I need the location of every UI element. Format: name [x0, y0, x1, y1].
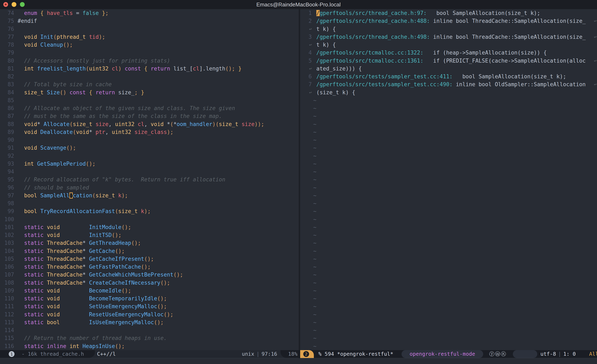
- code-line[interactable]: 85: [0, 96, 299, 104]
- code-line[interactable]: 110 static void BecomeTemporarilyIdle();: [0, 294, 299, 302]
- code-line[interactable]: 116 static inline int HeapsInUse();: [0, 342, 299, 350]
- empty-line-tilde[interactable]: ~: [300, 96, 597, 104]
- code-line[interactable]: 74 enum { have_tls = false };: [0, 9, 299, 17]
- code-line[interactable]: 76: [0, 25, 299, 33]
- result-line[interactable]: ↩(size_t k) {: [300, 88, 597, 96]
- code-line[interactable]: 80 // Accessors (mostly just for printin…: [0, 57, 299, 65]
- code-line[interactable]: 109 static void BecomeIdle();: [0, 287, 299, 294]
- empty-line-tilde[interactable]: ~: [300, 175, 597, 183]
- result-line[interactable]: 3/gperftools/src/thread_cache.h:498: inl…: [300, 33, 597, 41]
- code-line[interactable]: 104 static ThreadCache* GetCache();: [0, 247, 299, 255]
- empty-line-tilde[interactable]: ~: [300, 168, 597, 175]
- code-line[interactable]: 91 void Scavenge();: [0, 144, 299, 152]
- code-line[interactable]: 113 static bool IsUseEmergencyMalloc();: [0, 318, 299, 326]
- result-line[interactable]: 2/gperftools/src/thread_cache.h:488: inl…: [300, 17, 597, 25]
- empty-line-tilde[interactable]: ~: [300, 223, 597, 231]
- empty-line-tilde[interactable]: ~: [300, 207, 597, 215]
- code-line[interactable]: 103 static ThreadCache* GetThreadHeap();: [0, 239, 299, 247]
- code-line[interactable]: 93 int GetSamplePeriod();: [0, 160, 299, 168]
- empty-line-tilde[interactable]: ~: [300, 310, 597, 318]
- major-mode-left[interactable]: C++//l: [97, 350, 116, 358]
- empty-line-tilde[interactable]: ~: [300, 152, 597, 160]
- result-line[interactable]: ↩ated_size))) {: [300, 65, 597, 72]
- empty-line-tilde[interactable]: ~: [300, 294, 597, 302]
- code-line[interactable]: 89 void Deallocate(void* ptr, uint32 siz…: [0, 128, 299, 136]
- code-line[interactable]: 114: [0, 326, 299, 334]
- major-mode-right[interactable]: opengrok-restful-mode: [401, 350, 483, 358]
- code-line[interactable]: 83 // Total byte size in cache: [0, 80, 299, 88]
- empty-line-tilde[interactable]: ~: [300, 128, 597, 136]
- empty-line-tilde[interactable]: ~: [300, 279, 597, 287]
- code-line[interactable]: 111 static void SetUseEmergencyMalloc();: [0, 302, 299, 310]
- modeline-file-section[interactable]: 1 - 16k thread_cache.h: [0, 350, 95, 358]
- empty-line-tilde[interactable]: ~: [300, 191, 597, 199]
- empty-line-tilde[interactable]: ~: [300, 144, 597, 152]
- empty-line-tilde[interactable]: ~: [300, 247, 597, 255]
- buffer-encoding[interactable]: utf-8: [540, 351, 556, 357]
- code-line[interactable]: 86 // Allocate an object of the given si…: [0, 104, 299, 112]
- empty-line-tilde[interactable]: ~: [300, 112, 597, 120]
- empty-line-tilde[interactable]: ~: [300, 199, 597, 207]
- code-line[interactable]: 96 // should be sampled: [0, 184, 299, 191]
- echo-area[interactable]: [0, 358, 597, 364]
- buffer-name[interactable]: % 594 *opengrok-restful*: [318, 350, 393, 358]
- source-buffer-thread-cache[interactable]: 74 enum { have_tls = false };75#endif767…: [0, 9, 299, 350]
- empty-line-tilde[interactable]: ~: [300, 318, 597, 326]
- empty-line-tilde[interactable]: ~: [300, 255, 597, 263]
- eol-type[interactable]: unix: [242, 351, 254, 357]
- code-line[interactable]: 77 void Init(pthread_t tid);: [0, 33, 299, 41]
- empty-line-tilde[interactable]: ~: [300, 326, 597, 334]
- code-line[interactable]: 108 static ThreadCache* CreateCacheIfNec…: [0, 279, 299, 287]
- code-line[interactable]: 81 int freelist_length(uint32 cl) const …: [0, 65, 299, 72]
- code-line[interactable]: 94: [0, 168, 299, 175]
- code-line[interactable]: 97 bool SampleAllocation(size_t k);: [0, 191, 299, 199]
- code-line[interactable]: 99 bool TryRecordAllocationFast(size_t k…: [0, 207, 299, 215]
- workspace-chip[interactable]: 2: [300, 350, 314, 358]
- result-line[interactable]: 7/gperftools/src/tests/sampler_test.cc:4…: [300, 80, 597, 88]
- code-line[interactable]: 106 static ThreadCache* GetFastPathCache…: [0, 263, 299, 271]
- empty-line-tilde[interactable]: ~: [300, 334, 597, 342]
- code-line[interactable]: 75#endif: [0, 17, 299, 25]
- code-line[interactable]: 90: [0, 136, 299, 144]
- empty-line-tilde[interactable]: ~: [300, 104, 597, 112]
- code-line[interactable]: 115 // Return the number of thread heaps…: [0, 334, 299, 342]
- window-divider[interactable]: [299, 9, 300, 350]
- empty-line-tilde[interactable]: ~: [300, 160, 597, 168]
- result-line[interactable]: 6/gperftools/src/tests/sampler_test.cc:4…: [300, 72, 597, 80]
- opengrok-results-buffer[interactable]: 1/gperftools/src/thread_cache.h:97: bool…: [300, 9, 597, 350]
- code-line[interactable]: 102 static void InitTSD();: [0, 231, 299, 239]
- code-line[interactable]: 92: [0, 152, 299, 160]
- empty-line-tilde[interactable]: ~: [300, 136, 597, 144]
- result-line[interactable]: ↩t k) {: [300, 41, 597, 49]
- result-line[interactable]: 1/gperftools/src/thread_cache.h:97: bool…: [300, 9, 597, 17]
- code-line[interactable]: 82: [0, 72, 299, 80]
- empty-line-tilde[interactable]: ~: [300, 239, 597, 247]
- code-line[interactable]: 112 static void ResetUseEmergencyMalloc(…: [0, 310, 299, 318]
- code-line[interactable]: 78 void Cleanup();: [0, 41, 299, 49]
- code-line[interactable]: 100: [0, 215, 299, 223]
- empty-line-tilde[interactable]: ~: [300, 120, 597, 128]
- empty-line-tilde[interactable]: ~: [300, 263, 597, 271]
- code-line[interactable]: 88 void* Allocate(size_t size, uint32 cl…: [0, 120, 299, 128]
- empty-line-tilde[interactable]: ~: [300, 271, 597, 279]
- code-line[interactable]: 95 // Record allocation of "k" bytes. Re…: [0, 175, 299, 183]
- code-line[interactable]: 87 // must be the same as the size of th…: [0, 112, 299, 120]
- line-number: 115: [0, 334, 14, 342]
- result-line[interactable]: 4/gperftools/src/tcmalloc.cc:1322: if (h…: [300, 49, 597, 57]
- wrap-continuation-icon: ↩: [300, 41, 312, 49]
- empty-line-tilde[interactable]: ~: [300, 231, 597, 239]
- empty-line-tilde[interactable]: ~: [300, 184, 597, 191]
- code-line[interactable]: 84 size_t Size() const { return size_; }: [0, 88, 299, 96]
- empty-line-tilde[interactable]: ~: [300, 287, 597, 294]
- code-line[interactable]: 101 static void InitModule();: [0, 223, 299, 231]
- code-line[interactable]: 98: [0, 199, 299, 207]
- code-line[interactable]: 107 static ThreadCache* GetCacheWhichMus…: [0, 271, 299, 279]
- code-line[interactable]: 105 static ThreadCache* GetCacheIfPresen…: [0, 255, 299, 263]
- result-line[interactable]: 5/gperftools/src/tcmalloc.cc:1361: if (P…: [300, 57, 597, 65]
- empty-line-tilde[interactable]: ~: [300, 302, 597, 310]
- empty-line-tilde[interactable]: ~: [300, 215, 597, 223]
- empty-line-tilde[interactable]: ~: [300, 342, 597, 350]
- code-line[interactable]: 79: [0, 49, 299, 57]
- result-line[interactable]: ↩t k) {: [300, 25, 597, 33]
- buffer-file-info[interactable]: - 16k thread_cache.h: [22, 350, 84, 358]
